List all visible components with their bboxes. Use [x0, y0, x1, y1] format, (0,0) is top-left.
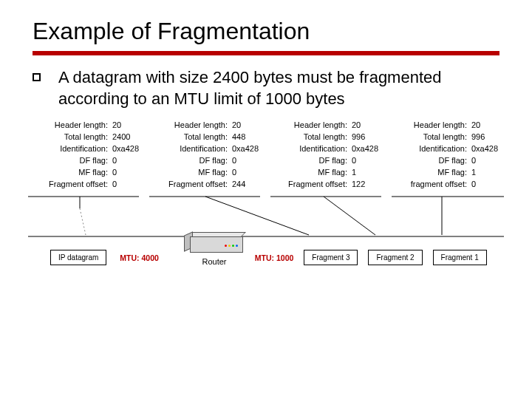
router: Router — [174, 233, 255, 266]
svg-line-8 — [324, 197, 375, 235]
bullet-icon — [33, 73, 41, 81]
box-ip-datagram: IP datagram — [50, 250, 106, 265]
box-fragment-3: Fragment 3 — [304, 250, 358, 265]
bullet-item: A datagram with size 2400 bytes must be … — [33, 67, 499, 109]
box-fragment-2: Fragment 2 — [368, 250, 422, 265]
mtu-right-label: MTU: 1000 — [255, 253, 294, 262]
box-fragment-1: Fragment 1 — [433, 250, 487, 265]
svg-line-6 — [80, 208, 86, 235]
page-title: Example of Fragmentation — [0, 0, 532, 51]
table-fragment-3: Header length:20 Total length:448 Identi… — [148, 120, 265, 191]
router-label: Router — [174, 257, 255, 266]
bottom-row: IP datagram MTU: 4000 Router MTU: 1000 F… — [0, 245, 532, 270]
bullet-text: A datagram with size 2400 bytes must be … — [58, 67, 499, 109]
fragment-header-tables: Header length:20 Total length:2400 Ident… — [0, 120, 532, 191]
svg-line-7 — [205, 197, 309, 235]
table-fragment-2: Header length:20 Total length:996 Identi… — [267, 120, 384, 191]
mtu-left-label: MTU: 4000 — [120, 253, 159, 262]
table-fragment-1: Header length:20 Total length:996 Identi… — [387, 120, 504, 191]
table-original: Header length:20 Total length:2400 Ident… — [28, 120, 145, 191]
connector-lines — [28, 194, 504, 245]
